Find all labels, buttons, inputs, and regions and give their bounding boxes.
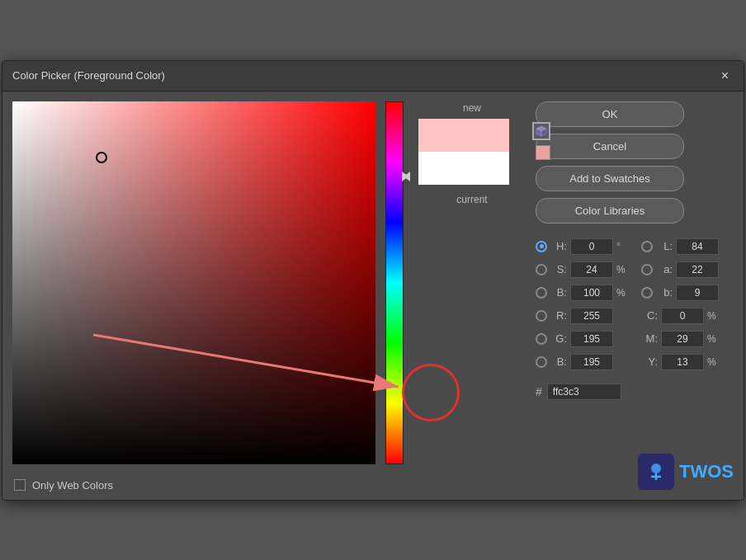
color-preview-box bbox=[418, 119, 509, 185]
field-row-S: S: % bbox=[536, 260, 628, 280]
field-row-Y: Y: % bbox=[641, 352, 734, 372]
unit-H: ° bbox=[616, 241, 628, 252]
unit-M: % bbox=[707, 333, 719, 345]
web-colors-label: Only Web Colors bbox=[32, 479, 113, 492]
unit-B: % bbox=[616, 287, 628, 299]
field-row-C: C: % bbox=[641, 306, 734, 326]
color-swatch-small bbox=[536, 145, 550, 160]
color-values: H: ° S: % B: bbox=[536, 237, 734, 372]
color-preview-wrapper bbox=[418, 119, 526, 185]
label-B: B: bbox=[550, 286, 567, 299]
radio-a[interactable] bbox=[641, 264, 653, 275]
close-button[interactable]: × bbox=[716, 68, 734, 84]
color-cursor bbox=[96, 152, 107, 163]
web-colors-checkbox[interactable] bbox=[14, 479, 26, 491]
color-libraries-button[interactable]: Color Libraries bbox=[536, 198, 684, 224]
radio-B[interactable] bbox=[536, 287, 547, 299]
input-b[interactable] bbox=[676, 285, 719, 301]
hue-arrow-right bbox=[402, 172, 408, 181]
dialog-title: Color Picker (Foreground Color) bbox=[12, 69, 165, 82]
radio-G[interactable] bbox=[536, 333, 547, 345]
add-to-swatches-button[interactable]: Add to Swatches bbox=[536, 166, 684, 191]
watermark-text: TWOS bbox=[679, 461, 734, 482]
svg-point-5 bbox=[651, 464, 661, 473]
color-picker-dialog: Color Picker (Foreground Color) × new bbox=[2, 60, 744, 501]
label-M: M: bbox=[641, 332, 658, 345]
field-row-b: b: bbox=[641, 283, 734, 303]
label-B2: B: bbox=[550, 355, 567, 368]
middle-section: new current bbox=[418, 101, 526, 464]
field-row-G: G: bbox=[536, 329, 628, 349]
field-row-M: M: % bbox=[641, 329, 734, 349]
watermark: TWOS bbox=[638, 454, 734, 490]
unit-C: % bbox=[707, 310, 719, 322]
cube-icon bbox=[532, 122, 550, 140]
color-field[interactable] bbox=[12, 101, 375, 464]
hex-hash: # bbox=[536, 385, 542, 398]
field-row-H: H: ° bbox=[536, 237, 628, 256]
color-gradient[interactable] bbox=[12, 101, 375, 464]
input-L[interactable] bbox=[676, 238, 719, 255]
radio-b[interactable] bbox=[641, 287, 653, 299]
input-C[interactable] bbox=[661, 308, 704, 324]
input-B[interactable] bbox=[570, 285, 613, 301]
color-col-right: L: a: b: bbox=[641, 237, 734, 372]
dialog-body: new current bbox=[2, 92, 744, 474]
hue-slider-container[interactable] bbox=[385, 101, 408, 464]
action-buttons: OK Cancel Add to Swatches Color Librarie… bbox=[536, 101, 734, 224]
web-colors-row: Only Web Colors bbox=[2, 474, 744, 500]
color-preview-new bbox=[418, 119, 509, 152]
cancel-button[interactable]: Cancel bbox=[536, 134, 684, 159]
new-color-label: new bbox=[463, 102, 481, 114]
field-row-a: a: bbox=[641, 260, 734, 280]
field-row-B: B: % bbox=[536, 283, 628, 303]
radio-S[interactable] bbox=[536, 264, 547, 275]
ok-button[interactable]: OK bbox=[536, 101, 684, 127]
label-Y: Y: bbox=[641, 355, 658, 368]
input-R[interactable] bbox=[570, 308, 613, 324]
label-L: L: bbox=[656, 240, 673, 252]
input-G[interactable] bbox=[570, 331, 613, 347]
input-S[interactable] bbox=[570, 261, 613, 278]
radio-H[interactable] bbox=[536, 241, 547, 252]
watermark-icon bbox=[638, 454, 674, 490]
input-B2[interactable] bbox=[570, 354, 613, 370]
color-col-left: H: ° S: % B: bbox=[536, 237, 628, 372]
label-G: G: bbox=[550, 332, 567, 345]
color-preview-current bbox=[418, 152, 509, 185]
hex-input[interactable] bbox=[547, 384, 621, 400]
label-R: R: bbox=[550, 309, 567, 322]
hue-slider[interactable] bbox=[385, 101, 404, 464]
color-field-container[interactable] bbox=[12, 101, 375, 464]
label-H: H: bbox=[550, 240, 567, 252]
right-section: OK Cancel Add to Swatches Color Librarie… bbox=[536, 101, 734, 464]
input-H[interactable] bbox=[570, 238, 613, 255]
label-S: S: bbox=[550, 263, 567, 275]
field-row-B2: B: bbox=[536, 352, 628, 372]
field-row-L: L: bbox=[641, 237, 734, 256]
label-a: a: bbox=[656, 263, 673, 275]
title-bar: Color Picker (Foreground Color) × bbox=[2, 61, 744, 92]
label-C: C: bbox=[641, 309, 658, 322]
hex-row: # bbox=[536, 384, 734, 400]
current-color-label: current bbox=[456, 194, 487, 205]
input-a[interactable] bbox=[676, 261, 719, 278]
field-row-R: R: bbox=[536, 306, 628, 326]
input-Y[interactable] bbox=[661, 354, 704, 370]
unit-S: % bbox=[616, 264, 628, 275]
unit-Y: % bbox=[707, 356, 719, 368]
radio-L[interactable] bbox=[641, 241, 653, 252]
input-M[interactable] bbox=[661, 331, 704, 347]
label-b: b: bbox=[656, 286, 673, 299]
radio-R[interactable] bbox=[536, 310, 547, 322]
radio-B2[interactable] bbox=[536, 356, 547, 368]
